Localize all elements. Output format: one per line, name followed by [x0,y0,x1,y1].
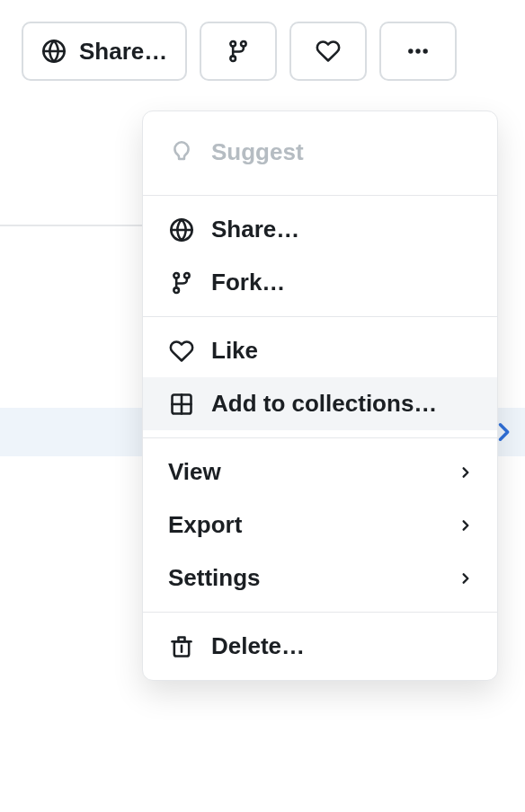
background-divider [0,225,144,226]
fork-icon [168,270,195,296]
menu-item-label: Share… [211,216,472,243]
like-button[interactable] [289,22,367,81]
menu-section-delete: Delete… [143,613,497,680]
menu-item-view[interactable]: View [143,446,497,499]
lightbulb-icon [168,140,195,165]
globe-icon [168,217,195,243]
more-horizontal-icon [404,39,432,64]
more-menu: Suggest Share… [142,110,498,681]
toolbar: Share… [0,0,525,102]
menu-item-share[interactable]: Share… [143,203,497,256]
menu-section-view: View Export Settings [143,438,497,612]
menu-item-add-to-collections[interactable]: Add to collections… [143,377,497,430]
menu-item-label: Export [168,511,443,539]
chevron-right-icon [459,519,472,532]
menu-item-suggest: Suggest [143,138,497,166]
menu-item-fork[interactable]: Fork… [143,256,497,309]
share-button[interactable]: Share… [22,22,187,81]
menu-item-label: Suggest [211,138,472,166]
chevron-right-icon [459,572,472,585]
menu-section-share: Share… Fork… [143,196,497,316]
grid-icon [168,392,195,417]
fork-button[interactable] [200,22,277,81]
share-button-label: Share… [79,38,167,66]
menu-item-label: Fork… [211,269,472,296]
svg-point-7 [423,49,428,53]
menu-item-export[interactable]: Export [143,499,497,552]
menu-section-suggest: Suggest [143,111,497,195]
heart-icon [316,39,341,64]
menu-item-label: Settings [168,564,443,592]
menu-item-settings[interactable]: Settings [143,552,497,605]
trash-icon [168,634,195,659]
menu-item-label: View [168,458,443,486]
heart-icon [168,339,195,364]
menu-item-label: Add to collections… [211,390,472,418]
svg-point-5 [408,49,413,53]
more-button[interactable] [379,22,457,81]
globe-icon [41,39,67,64]
svg-point-6 [416,49,421,53]
chevron-right-icon [459,466,472,479]
fork-icon [226,39,251,64]
menu-item-label: Delete… [211,632,472,660]
menu-item-delete[interactable]: Delete… [143,620,497,673]
menu-section-like: Like Add to collections… [143,317,497,437]
menu-item-like[interactable]: Like [143,324,497,377]
menu-item-label: Like [211,337,472,365]
